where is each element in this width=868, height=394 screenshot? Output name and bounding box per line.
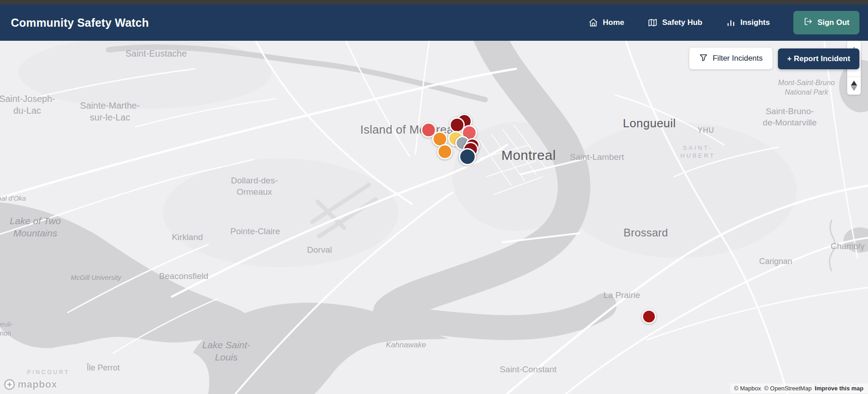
mapbox-logo-icon (4, 379, 15, 390)
page-title: Community Safety Watch (11, 16, 149, 29)
mapbox-wordmark: mapbox (18, 379, 57, 390)
attribution-mapbox-link[interactable]: © Mapbox (734, 385, 761, 392)
improve-this-map-link[interactable]: Improve this map (815, 385, 863, 392)
compass-needle-icon (851, 81, 857, 91)
map-attribution: © Mapbox © OpenStreetMap Improve this ma… (730, 384, 868, 393)
map-canvas[interactable]: Saint-EustacheSaint-Joseph- du-LacSainte… (0, 41, 868, 394)
map-markers-layer (0, 41, 868, 394)
main-nav: Home Safety Hub Insights Sign Out (588, 11, 859, 34)
mapbox-logo[interactable]: mapbox (4, 379, 57, 390)
sign-out-label: Sign Out (817, 18, 849, 27)
report-incident-button[interactable]: + Report Incident (778, 48, 859, 69)
nav-item-safety-hub[interactable]: Safety Hub (648, 18, 702, 28)
logout-icon (803, 17, 813, 29)
compass-button[interactable] (847, 77, 861, 95)
nav-item-home[interactable]: Home (588, 18, 624, 28)
home-icon (588, 18, 598, 28)
filter-incidents-button[interactable]: Filter Incidents (689, 48, 773, 69)
map-icon (648, 18, 658, 28)
report-incident-label: + Report Incident (787, 54, 850, 63)
nav-item-label: Home (603, 18, 624, 27)
attribution-osm-link[interactable]: © OpenStreetMap (764, 385, 811, 392)
filter-funnel-icon (699, 53, 708, 64)
app-header: Community Safety Watch Home Safety Hub I… (0, 5, 868, 41)
window-chrome-strip (0, 0, 868, 5)
nav-item-label: Insights (740, 18, 770, 27)
bar-chart-icon (726, 18, 736, 28)
incident-marker[interactable] (642, 309, 656, 324)
incident-marker[interactable] (437, 144, 453, 159)
filter-incidents-label: Filter Incidents (713, 54, 763, 63)
nav-item-insights[interactable]: Insights (726, 18, 770, 28)
nav-item-label: Safety Hub (662, 18, 702, 27)
sign-out-button[interactable]: Sign Out (793, 11, 859, 34)
incident-marker[interactable] (459, 148, 476, 165)
